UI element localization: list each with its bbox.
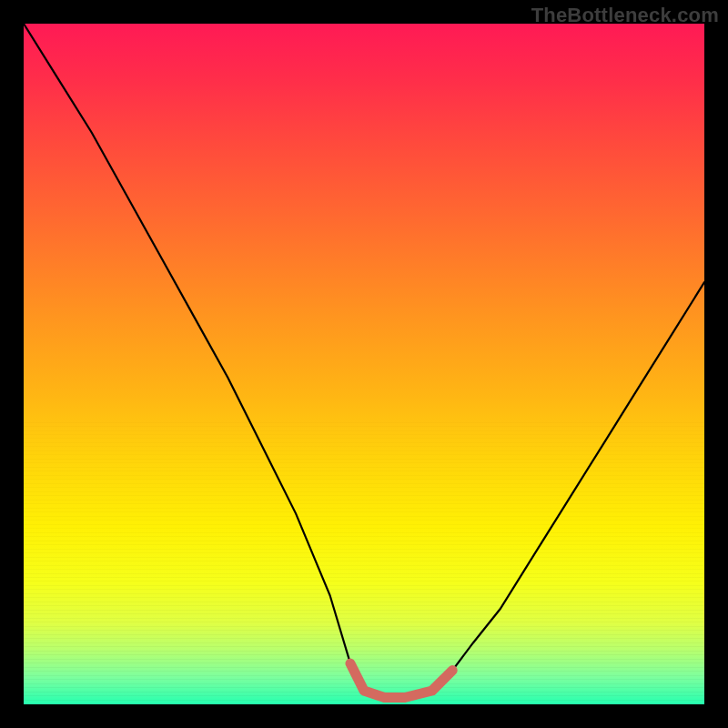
curve-svg [24,24,704,704]
bottleneck-curve-path [24,24,704,698]
chart-frame: TheBottleneck.com [0,0,728,728]
watermark-text: TheBottleneck.com [531,4,719,27]
plot-area [24,24,704,704]
optimal-range-path [350,663,452,697]
